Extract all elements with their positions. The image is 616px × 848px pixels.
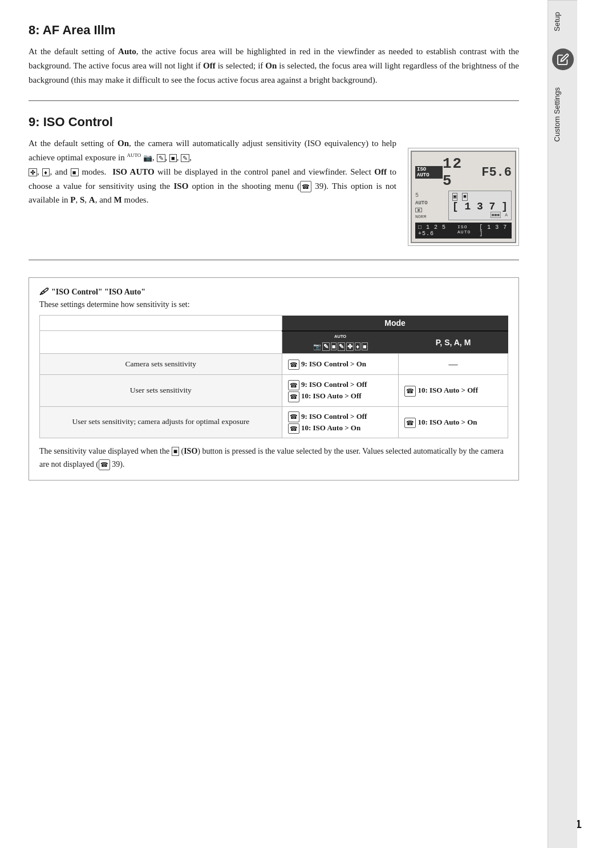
menu-icon-2c: ☎ [404,386,416,397]
cam-norm-label: NORM [415,214,428,219]
col1-header: AUTO 📷 ✎ ■ ✎ ✤ ♦ ■ [282,331,398,354]
menu-icon-2b: ☎ [288,391,299,402]
row3-label: User sets sensitivity; camera adjusts fo… [40,406,282,438]
note-title: 🖊 "ISO Control" "ISO Auto" [39,287,508,297]
iso-table: Mode AUTO 📷 ✎ ■ ✎ ✤ ♦ [39,315,508,438]
row1-label: Camera sets sensitivity [40,353,282,374]
table-row-1: Camera sets sensitivity ☎ 9: ISO Control… [40,353,508,374]
table-row-label-header [40,331,282,354]
menu-icon-3c: ☎ [404,418,416,429]
menu-icon-3a: ☎ [288,411,299,422]
menu-icon-1: ☎ [288,360,299,370]
row3-col2: ☎ 10: ISO Auto > On [399,406,508,438]
cam-bottom-left: □ 1 2 5 +5.6 [418,224,457,237]
camera-display: ISO AUTO 12 5 F5.6 5 AUTO ▣ NORM [408,148,519,246]
col2-header: P, S, A, M [399,331,508,354]
mode-header: Mode [282,316,508,331]
sidebar-setup-label: Setup [548,0,577,43]
table-empty-header [40,316,282,331]
note-pencil-icon: 🖊 [39,287,48,297]
iso-auto-label: ISO AUTO [415,166,443,179]
row2-col2: ☎ 10: ISO Auto > Off [399,375,508,407]
row2-label: User sets sensitivity [40,375,282,407]
sidebar-custom-label: Custom Settings [548,76,577,153]
section-divider-1 [29,100,519,101]
col1-icons: 📷 ✎ ■ ✎ ✤ ♦ ■ [286,342,395,351]
cam-right-display: ▣ ■ [ 1 3 7 ] ■■■ A [448,191,512,220]
section9-container: At the default setting of On, the camera… [29,136,519,246]
row3-col1: ☎ 9: ISO Control > Off ☎ 10: ISO Auto > … [282,406,398,438]
right-sidebar: Setup Custom Settings [548,0,577,848]
menu-icon-3b: ☎ [288,423,299,434]
section9-title: 9: ISO Control [29,115,519,130]
note-subtitle: These settings determine how sensitivity… [39,300,508,309]
table-row-2: User sets sensitivity ☎ 9: ISO Control >… [40,375,508,407]
note-box: 🖊 "ISO Control" "ISO Auto" These setting… [29,277,519,480]
cam-bottom-right: ISO AUTO [457,224,479,237]
cam-aperture: F5.6 [481,165,512,180]
note-footer: The sensitivity value displayed when the… [39,445,508,471]
cam-bottom-iso-val: [ 1 3 7 ] [479,224,509,237]
section9-body: At the default setting of On, the camera… [29,136,396,207]
sidebar-pencil-icon [552,49,574,70]
section9-text: At the default setting of On, the camera… [29,136,396,213]
cam-bottom-bar: □ 1 2 5 +5.6 ISO AUTO [ 1 3 7 ] [415,223,512,239]
cam-label-5: 5 [415,192,428,199]
table-row-3: User sets sensitivity; camera adjusts fo… [40,406,508,438]
menu-icon-2a: ☎ [288,380,299,391]
section8-body: At the default setting of Auto, the acti… [29,45,519,87]
row1-col1: ☎ 9: ISO Control > On [282,353,398,374]
row1-col2: — [399,353,508,374]
note-heading: "ISO Control" "ISO Auto" [51,288,145,297]
cam-label-auto: AUTO [415,200,428,206]
section-divider-2 [29,260,519,260]
cam-shutter: 12 5 [443,155,481,189]
section8-title: 8: AF Area Illm [29,23,519,38]
row2-col1: ☎ 9: ISO Control > Off ☎ 10: ISO Auto > … [282,375,398,407]
